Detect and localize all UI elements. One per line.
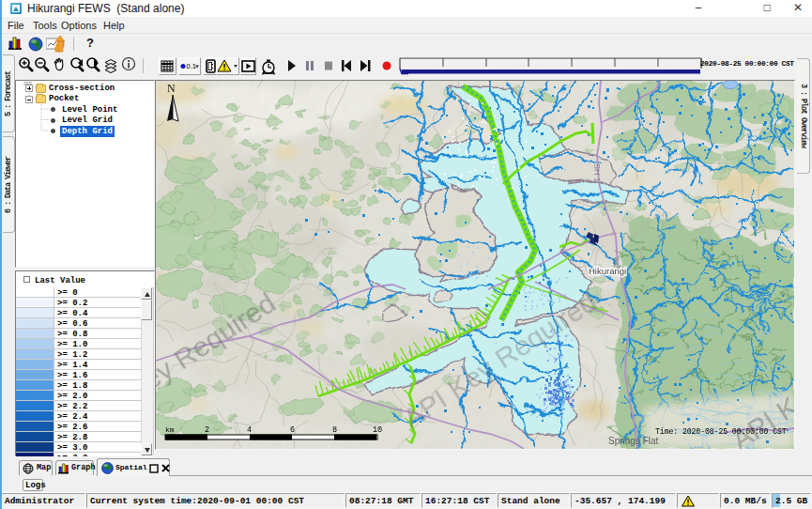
- svg-text:8: 8: [332, 425, 337, 435]
- svg-text:2: 2: [205, 425, 209, 435]
- svg-text:km: km: [165, 425, 175, 434]
- svg-text:Time: 2020-08-25 00:00:00 CST: Time: 2020-08-25 00:00:00 CST: [655, 427, 787, 436]
- svg-text:10: 10: [373, 425, 382, 435]
- svg-text:6: 6: [290, 425, 295, 435]
- svg-text:Springs Flat: Springs Flat: [608, 436, 659, 446]
- svg-text:Hikurangi: Hikurangi: [589, 266, 626, 276]
- svg-text:N: N: [167, 82, 176, 95]
- svg-text:0.1: 0.1: [187, 62, 196, 70]
- svg-text:4: 4: [247, 425, 252, 435]
- svg-text:SH 1: SH 1: [592, 163, 602, 182]
